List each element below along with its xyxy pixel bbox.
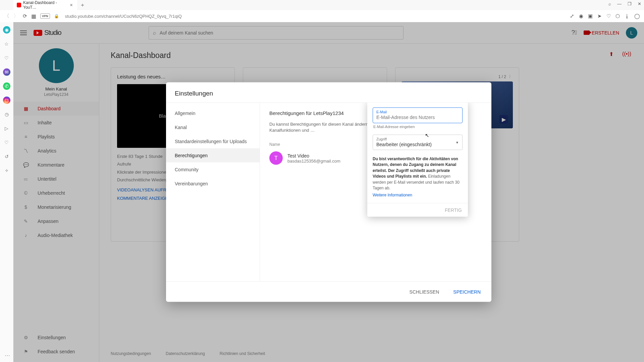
lightbulb-icon[interactable]: ✧ (3, 167, 10, 174)
save-button[interactable]: SPEICHERN (450, 287, 484, 297)
access-value: Bearbeiter (eingeschränkt) (376, 142, 459, 147)
youtube-favicon (17, 3, 21, 7)
modal-nav-channel[interactable]: Kanal (166, 120, 260, 134)
shield-icon[interactable]: ▣ (588, 13, 593, 19)
modal-title: Einstellungen (166, 82, 491, 103)
messenger-icon[interactable]: ✉ (3, 68, 10, 76)
play-icon[interactable]: ▷ (3, 125, 10, 132)
modal-nav: Allgemein Kanal Standardeinstellungen fü… (166, 103, 260, 282)
window-maximize[interactable]: ❐ (628, 1, 632, 6)
browser-chrome: Kanal-Dashboard - YouT… ✕ ＋ 〈 〉 ⟳ ▦ VPN … (0, 0, 644, 22)
modal-nav-general[interactable]: Allgemein (166, 106, 260, 120)
star-icon[interactable]: ☆ (3, 40, 10, 48)
modal-nav-permissions[interactable]: Berechtigungen (166, 148, 260, 163)
address-url[interactable]: studio.youtube.com/channel/UCocN6zQPHQZ_… (63, 14, 566, 19)
user-avatar: T (269, 152, 283, 165)
send-icon[interactable]: ➤ (597, 13, 602, 19)
bookmark-icon[interactable]: ♡ (3, 54, 10, 62)
email-hint: E-Mail-Adresse eingeben (373, 125, 463, 129)
window-minimize[interactable]: — (617, 1, 622, 6)
modal-nav-upload-defaults[interactable]: Standardeinstellungen für Uploads (166, 134, 260, 148)
modal-content: Berechtigungen für LetsPlay1234 Du kanns… (260, 103, 491, 282)
email-field[interactable]: E-Mail (373, 108, 463, 123)
cube-icon[interactable]: ⬡ (615, 13, 620, 19)
tab-title: Kanal-Dashboard - YouT… (23, 0, 68, 10)
user-email: basdas125356@gmail.com (287, 158, 340, 163)
lock-icon: 🔒 (54, 14, 59, 18)
mouse-cursor: ↖ (425, 132, 429, 138)
nav-back-icon[interactable]: 〈 (4, 13, 9, 20)
email-label: E-Mail (376, 110, 459, 114)
modal-nav-agreements[interactable]: Vereinbarungen (166, 177, 260, 191)
screenshot-icon[interactable]: ⤢ (570, 13, 574, 19)
history-icon[interactable]: ↺ (3, 153, 10, 160)
warning-text: Du bist verantwortlich für die Aktivität… (373, 156, 463, 198)
modal-nav-community[interactable]: Community (166, 163, 260, 177)
tab-close-icon[interactable]: ✕ (70, 3, 74, 7)
vpn-badge[interactable]: VPN (40, 13, 50, 19)
download-icon[interactable]: ⭳ (625, 13, 630, 19)
clock-icon[interactable]: ◷ (3, 111, 10, 118)
more-info-link[interactable]: Weitere Informationen (373, 192, 463, 198)
heart-icon[interactable]: ♡ (606, 13, 611, 19)
chevron-down-icon: ▾ (456, 140, 458, 145)
settings-modal: Einstellungen Allgemein Kanal Standardei… (166, 82, 491, 302)
search-icon[interactable]: ⌕ (608, 1, 611, 6)
email-input[interactable] (376, 115, 459, 120)
camera-icon[interactable]: ◉ (579, 13, 583, 19)
tiles-icon[interactable]: ▦ (31, 13, 36, 19)
browser-tab[interactable]: Kanal-Dashboard - YouT… ✕ (13, 0, 77, 11)
heart-sidebar-icon[interactable]: ♡ (3, 139, 10, 146)
new-tab-button[interactable]: ＋ (80, 2, 85, 9)
speed-dial-icon[interactable]: ◉ (3, 26, 10, 34)
whatsapp-icon[interactable]: ✆ (3, 82, 10, 90)
access-select[interactable]: Zugriff Bearbeiter (eingeschränkt) ▾ (373, 135, 463, 150)
close-button[interactable]: SCHLIESSEN (406, 287, 443, 297)
done-button[interactable]: FERTIG (445, 207, 462, 213)
user-name: Test Video (287, 153, 340, 158)
nav-forward-icon[interactable]: 〉 (13, 13, 19, 20)
instagram-icon[interactable]: ◻ (3, 97, 10, 104)
window-close[interactable]: ✕ (638, 1, 641, 6)
invite-popover: E-Mail E-Mail-Adresse eingeben Zugriff B… (367, 103, 468, 217)
reload-icon[interactable]: ⟳ (23, 13, 27, 19)
access-label: Zugriff (376, 137, 459, 141)
opera-more-icon[interactable]: ⋯ (5, 352, 10, 359)
opera-sidebar: ◉ ☆ ♡ ✉ ✆ ◻ ◷ ▷ ♡ ↺ ✧ (0, 22, 13, 362)
profile-icon[interactable]: ◯ (634, 13, 640, 19)
